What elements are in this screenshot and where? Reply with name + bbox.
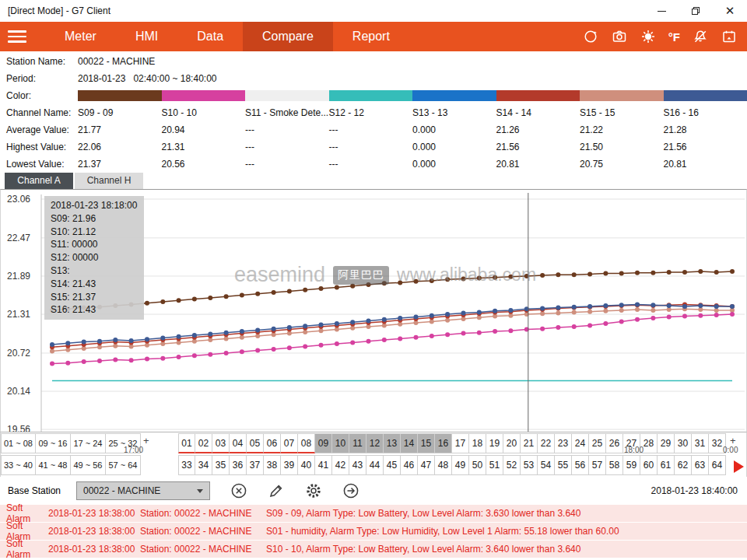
edit-pencil-icon[interactable] [268, 482, 285, 499]
maximize-button[interactable] [679, 0, 713, 22]
axis-zoom-left-icon[interactable]: + [143, 435, 149, 446]
channel-cell-48[interactable]: 48 [435, 455, 452, 475]
channel-cell-52[interactable]: 52 [503, 455, 521, 475]
go-arrow-icon[interactable] [342, 482, 359, 499]
channel-cell-64[interactable]: 64 [709, 455, 726, 475]
nav-tab-hmi[interactable]: HMI [116, 22, 177, 51]
channel-cell-62[interactable]: 62 [675, 455, 692, 475]
clear-icon[interactable] [230, 482, 247, 499]
channel-group-cell[interactable]: 17 ~ 24 [71, 433, 106, 453]
base-station-value: 00022 - MACHINE [83, 485, 160, 496]
channel-cell-18[interactable]: 18 [469, 433, 486, 453]
channel-cell-26[interactable]: 26 [606, 433, 623, 453]
channel-cell-31[interactable]: 31 [692, 433, 709, 453]
alarm-row[interactable]: Soft Alarm2018-01-23 18:38:00Station: 00… [0, 541, 747, 558]
nav-tab-data[interactable]: Data [177, 22, 243, 51]
channel-cell-37[interactable]: 37 [247, 455, 264, 475]
minimize-button[interactable] [644, 0, 679, 22]
channel-cell-03[interactable]: 03 [212, 433, 230, 453]
menu-icon[interactable] [0, 22, 36, 51]
channel-cell-30[interactable]: 30 [675, 433, 692, 453]
channel-cell-33[interactable]: 33 [178, 455, 195, 475]
channel-group-cell[interactable]: 01 ~ 08 [1, 433, 36, 453]
channel-cell-40[interactable]: 40 [298, 455, 315, 475]
channel-cell-06[interactable]: 06 [264, 433, 281, 453]
channel-cell-46[interactable]: 46 [401, 455, 418, 475]
channel-cell-34[interactable]: 34 [195, 455, 212, 475]
channel-cell-20[interactable]: 20 [503, 433, 521, 453]
base-station-select[interactable]: 00022 - MACHINE [76, 481, 210, 500]
channel-cell-58[interactable]: 58 [606, 455, 623, 475]
channel-cell-17[interactable]: 17 [452, 433, 469, 453]
channel-cell-53[interactable]: 53 [521, 455, 538, 475]
sync-icon[interactable] [582, 28, 599, 45]
channel-cell-49[interactable]: 49 [452, 455, 469, 475]
channel-cell-22[interactable]: 22 [538, 433, 555, 453]
nav-tab-report[interactable]: Report [333, 22, 409, 51]
channel-cell-56[interactable]: 56 [572, 455, 589, 475]
channel-cell-24[interactable]: 24 [572, 433, 589, 453]
channel-cell-15[interactable]: 15 [418, 433, 435, 453]
average-value-cell: 20.94 [162, 124, 246, 135]
settings-gear-icon[interactable] [305, 482, 322, 499]
channel-cell-35[interactable]: 35 [212, 455, 230, 475]
channel-cell-60[interactable]: 60 [640, 455, 658, 475]
alarm-bell-icon[interactable] [692, 28, 709, 45]
channel-cell-10[interactable]: 10 [332, 433, 349, 453]
axis-zoom-right-icon[interactable]: + [730, 435, 736, 446]
channel-cell-57[interactable]: 57 [589, 455, 606, 475]
channel-group-cell[interactable]: 49 ~ 56 [71, 455, 106, 475]
temperature-unit-toggle[interactable]: °F [668, 28, 680, 45]
channel-cell-51[interactable]: 51 [486, 455, 503, 475]
channel-cell-16[interactable]: 16 [435, 433, 452, 453]
tab-channel-h[interactable]: Channel H [75, 173, 143, 189]
camera-icon[interactable] [611, 28, 628, 45]
tab-channel-a[interactable]: Channel A [5, 173, 73, 189]
channel-group-cell[interactable]: 41 ~ 48 [36, 455, 71, 475]
channel-cell-47[interactable]: 47 [418, 455, 435, 475]
channel-cell-59[interactable]: 59 [623, 455, 640, 475]
channel-cell-07[interactable]: 07 [281, 433, 298, 453]
lowest-value-row: Lowest Value: 21.3720.56------0.00020.81… [0, 156, 747, 173]
channel-cell-11[interactable]: 11 [349, 433, 366, 453]
channel-cell-13[interactable]: 13 [384, 433, 401, 453]
nav-tab-meter[interactable]: Meter [45, 22, 116, 51]
channel-cell-02[interactable]: 02 [195, 433, 212, 453]
channel-cell-29[interactable]: 29 [658, 433, 675, 453]
channel-cell-55[interactable]: 55 [555, 455, 572, 475]
channel-cell-01[interactable]: 01 [178, 433, 195, 453]
alarm-row[interactable]: Soft Alarm2018-01-23 18:38:00Station: 00… [0, 505, 747, 522]
channel-cell-42[interactable]: 42 [332, 455, 349, 475]
channel-cell-12[interactable]: 12 [366, 433, 384, 453]
chart-area[interactable]: 23.0622.4721.8921.3120.7220.1419.56 2018… [0, 189, 747, 432]
channel-cell-36[interactable]: 36 [230, 455, 247, 475]
channel-cell-09[interactable]: 09 [315, 433, 332, 453]
channel-group-cell[interactable]: 57 ~ 64 [106, 455, 141, 475]
channel-cell-50[interactable]: 50 [469, 455, 486, 475]
channel-cell-25[interactable]: 25 [589, 433, 606, 453]
channel-cell-63[interactable]: 63 [692, 455, 709, 475]
channel-cell-19[interactable]: 19 [486, 433, 503, 453]
channel-group-cell[interactable]: 09 ~ 16 [36, 433, 71, 453]
channel-cell-45[interactable]: 45 [384, 455, 401, 475]
channel-cell-05[interactable]: 05 [247, 433, 264, 453]
channel-cell-41[interactable]: 41 [315, 455, 332, 475]
alarm-row[interactable]: Soft Alarm2018-01-23 18:38:00Station: 00… [0, 523, 747, 540]
channel-cell-54[interactable]: 54 [538, 455, 555, 475]
channel-cell-23[interactable]: 23 [555, 433, 572, 453]
channel-cell-21[interactable]: 21 [521, 433, 538, 453]
channel-cell-04[interactable]: 04 [230, 433, 247, 453]
channel-cell-38[interactable]: 38 [264, 455, 281, 475]
scroll-right-arrow[interactable] [734, 460, 744, 473]
channel-cell-43[interactable]: 43 [349, 455, 366, 475]
nav-tab-compare[interactable]: Compare [243, 22, 333, 51]
calendar-icon[interactable] [721, 28, 738, 45]
channel-cell-14[interactable]: 14 [401, 433, 418, 453]
channel-cell-61[interactable]: 61 [658, 455, 675, 475]
channel-group-cell[interactable]: 33 ~ 40 [1, 455, 36, 475]
channel-cell-39[interactable]: 39 [281, 455, 298, 475]
brightness-icon[interactable] [640, 28, 657, 45]
channel-cell-44[interactable]: 44 [366, 455, 384, 475]
channel-cell-08[interactable]: 08 [298, 433, 315, 453]
close-button[interactable]: ✕ [713, 0, 747, 22]
